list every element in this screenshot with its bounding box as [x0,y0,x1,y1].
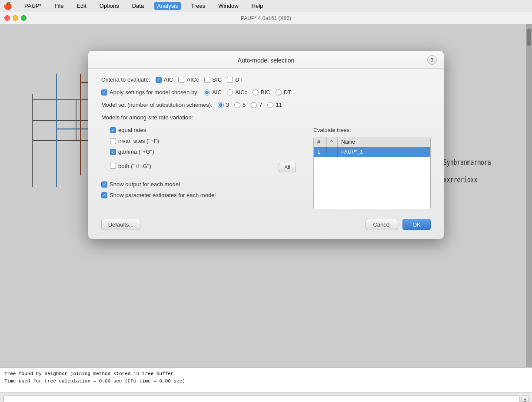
apply-aicc-label: AICc [235,89,247,96]
tree-table-row[interactable]: 1 PAUP*_1 [314,147,430,157]
gamma-cb[interactable] [110,149,116,155]
cancel-button[interactable]: Cancel [366,219,398,230]
tree-table-empty-area[interactable] [314,157,430,209]
evaluate-label: Evaluate trees: [313,127,431,133]
dialog-body: Criteria to evaluate: AIC AICc BIC [88,69,444,214]
apply-dt-rb[interactable] [276,89,282,96]
invar-sites-row: invar. sites ("+I") [110,138,296,144]
defaults-button[interactable]: Defaults... [101,219,140,230]
menu-trees[interactable]: Trees [189,2,208,10]
model-set-5-rb[interactable] [234,102,240,108]
menubar: 🍎 PAUP* File Edit Options Data Analysis … [0,0,532,12]
show-params-checkbox[interactable]: Show parameter estimates for each model [101,192,296,198]
apply-aic-label: AIC [212,89,222,96]
apply-aicc-rb[interactable] [227,89,233,96]
invar-sites-cb[interactable] [110,138,116,144]
rate-variation-label: Models for among-site rate variation: [101,114,193,121]
gamma-checkbox[interactable]: gamma ("+G") [110,148,296,155]
criteria-aic-cb[interactable] [156,77,162,83]
invar-sites-label: invar. sites ("+I") [118,138,159,144]
model-set-7-label: 7 [259,102,262,108]
criteria-aic-checkbox[interactable]: AIC [156,76,173,83]
both-cb[interactable] [110,163,116,169]
bottom-toolbar: ▲ ▼ Execute Clear Delete Pause Stop [0,392,532,402]
apple-menu[interactable]: 🍎 [3,2,12,10]
criteria-bic-checkbox[interactable]: BIC [204,76,222,83]
show-output-cb[interactable] [101,181,107,188]
apply-settings-row: Apply settings for model chosen by: AIC … [101,89,431,96]
col-flag-header: ^ [327,137,338,147]
col-num-header: # [314,137,327,147]
criteria-dt-label: DT [235,76,243,83]
apply-settings-checkbox[interactable]: Apply settings for model chosen by: [101,89,199,96]
window-title: PAUP* 4.0a161 (X86) [241,15,291,21]
criteria-bic-cb[interactable] [204,77,210,83]
menu-options[interactable]: Options [97,2,122,10]
apply-bic-radio[interactable]: BIC [253,89,270,96]
show-params-cb[interactable] [101,192,107,198]
apply-settings-label: Apply settings for model chosen by: [110,89,199,96]
model-set-7-radio[interactable]: 7 [251,102,262,108]
log-line-2: Time used for tree calculation = 0.00 se… [4,378,528,385]
model-set-3-rb[interactable] [218,102,224,108]
show-params-row: Show parameter estimates for each model [101,192,296,198]
model-set-11-rb[interactable] [267,102,273,108]
ok-button[interactable]: OK [402,219,431,230]
both-label: both ("+I+G") [118,163,151,169]
model-set-label: Model set (number of substitution scheme… [101,102,213,108]
equal-rates-label: equal rates [118,127,146,133]
window-controls [4,15,27,21]
apply-bic-label: BIC [261,89,270,96]
show-output-checkbox[interactable]: Show output for each model [101,181,296,188]
model-set-3-radio[interactable]: 3 [218,102,229,108]
log-area: Tree found by neighbor-joining method st… [0,367,532,392]
menu-analysis[interactable]: Analysis [154,2,180,10]
right-column: Evaluate trees: # ^ Name 1 PAUP*_1 [313,127,431,209]
menu-help[interactable]: Help [249,2,266,10]
both-checkbox[interactable]: both ("+I+G") [110,163,151,169]
both-row: both ("+I+G") All [110,159,296,172]
maximize-button[interactable] [21,15,27,21]
equal-rates-checkbox[interactable]: equal rates [110,127,296,133]
menu-data[interactable]: Data [130,2,146,10]
model-set-11-label: 11 [276,102,282,108]
menu-edit[interactable]: Edit [74,2,89,10]
footer-right-buttons: Cancel OK [366,219,431,230]
minimize-button[interactable] [13,15,18,21]
apply-dt-radio[interactable]: DT [276,89,291,96]
model-set-11-radio[interactable]: 11 [267,102,282,108]
criteria-aicc-checkbox[interactable]: AICc [178,76,199,83]
help-button[interactable]: ? [427,55,437,65]
criteria-dt-checkbox[interactable]: DT [227,76,243,83]
main-area: Ambassispcxxxx Percichtruchax Mugilxxcep… [0,24,532,367]
all-button[interactable]: All [279,163,296,172]
menu-window[interactable]: Window [216,2,241,10]
model-set-5-radio[interactable]: 5 [234,102,246,108]
log-line-1: Tree found by neighbor-joining method st… [4,370,528,378]
apply-bic-rb[interactable] [253,89,259,96]
criteria-aic-label: AIC [164,76,173,83]
close-button[interactable] [4,15,10,21]
command-input[interactable] [3,395,520,402]
equal-rates-row: equal rates [110,127,296,133]
menu-paup[interactable]: PAUP* [22,2,44,10]
row-flag [327,147,338,157]
titlebar: PAUP* 4.0a161 (X86) [0,12,532,24]
criteria-aicc-cb[interactable] [178,77,184,83]
model-set-7-rb[interactable] [251,102,257,108]
show-params-label: Show parameter estimates for each model [110,192,216,198]
menu-file[interactable]: File [52,2,66,10]
row-name: PAUP*_1 [338,147,430,157]
apply-aic-rb[interactable] [204,89,210,96]
criteria-dt-cb[interactable] [227,77,233,83]
criteria-label: Criteria to evaluate: [101,76,150,83]
apply-aicc-radio[interactable]: AICc [227,89,247,96]
show-output-row: Show output for each model [101,181,296,188]
col-name-header: Name [338,137,430,147]
apply-aic-radio[interactable]: AIC [204,89,222,96]
apply-settings-cb[interactable] [101,89,107,96]
input-spinner[interactable]: ▲ ▼ [522,395,529,402]
invar-sites-checkbox[interactable]: invar. sites ("+I") [110,138,296,144]
tree-table: # ^ Name 1 PAUP*_1 [313,137,431,209]
equal-rates-cb[interactable] [110,127,116,133]
